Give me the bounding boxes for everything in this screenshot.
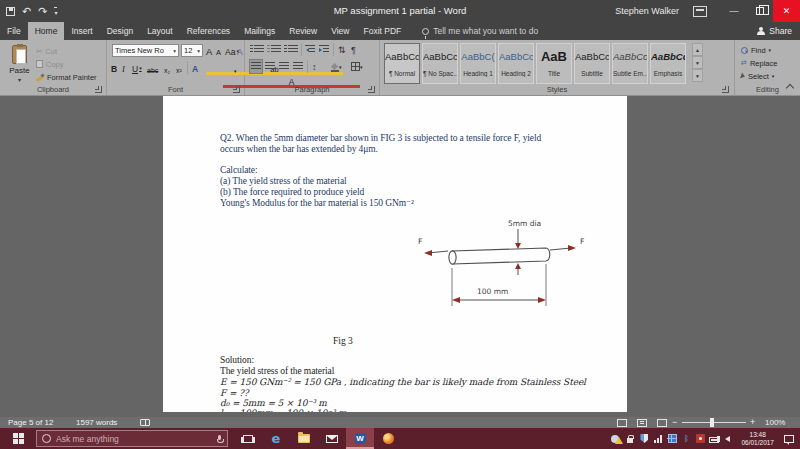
- web-layout-icon[interactable]: [657, 419, 667, 427]
- tab-home[interactable]: Home: [28, 22, 65, 40]
- show-hide-pilcrow-button[interactable]: ¶: [351, 43, 356, 56]
- ribbon-display-options-icon[interactable]: [693, 6, 707, 17]
- text-effects-button[interactable]: A: [192, 61, 198, 74]
- zoom-out-button[interactable]: −: [672, 417, 677, 428]
- microphone-icon[interactable]: [217, 435, 222, 443]
- tray-app-warning-icon[interactable]: [611, 434, 621, 444]
- align-center-button[interactable]: [265, 60, 275, 73]
- justify-button[interactable]: [293, 60, 303, 73]
- cortana-search-box[interactable]: [36, 430, 228, 447]
- increase-indent-button[interactable]: [319, 43, 329, 56]
- bold-button[interactable]: B: [111, 61, 117, 74]
- tab-layout[interactable]: Layout: [140, 22, 180, 40]
- tab-references[interactable]: References: [180, 22, 237, 40]
- styles-scroll-up-button[interactable]: ▲: [692, 43, 703, 56]
- style-heading-1[interactable]: AaBbC(Heading 1: [460, 43, 496, 84]
- tab-file[interactable]: File: [0, 22, 28, 40]
- tray-bluetooth-icon[interactable]: ᛒ: [681, 434, 691, 444]
- taskbar-mail-button[interactable]: [318, 428, 346, 449]
- borders-button[interactable]: ▾: [351, 60, 363, 73]
- document-page[interactable]: Q2. When the 5mm diameter bar shown in F…: [163, 96, 627, 412]
- line-spacing-button[interactable]: ↕: [312, 60, 317, 73]
- find-button[interactable]: Find ▾: [741, 44, 771, 56]
- share-button[interactable]: Share: [757, 22, 792, 40]
- copy-button[interactable]: Copy: [36, 58, 64, 70]
- search-input[interactable]: [56, 434, 212, 444]
- tab-insert[interactable]: Insert: [64, 22, 99, 40]
- align-left-button[interactable]: [250, 60, 262, 73]
- zoom-in-button[interactable]: +: [750, 417, 755, 428]
- strikethrough-button[interactable]: abc: [147, 61, 158, 74]
- cut-button[interactable]: ✂ Cut: [36, 45, 57, 57]
- font-name-combo[interactable]: Times New Ro▾: [112, 44, 179, 57]
- tab-mailings[interactable]: Mailings: [237, 22, 282, 40]
- action-center-icon[interactable]: [784, 435, 794, 443]
- style-no-spacing[interactable]: AaBbCcI¶ No Spac...: [422, 43, 458, 84]
- bullets-button[interactable]: [250, 43, 264, 56]
- numbering-button[interactable]: [267, 43, 281, 56]
- taskbar-edge-button[interactable]: e: [262, 428, 290, 449]
- sort-button[interactable]: ⇅: [338, 43, 346, 56]
- signed-in-user[interactable]: Stephen Walker: [615, 6, 679, 16]
- taskbar-clock[interactable]: 13:48 06/01/2017: [737, 431, 778, 447]
- shrink-font-button[interactable]: A: [216, 44, 221, 57]
- proofing-status-icon[interactable]: [140, 419, 150, 426]
- tab-design[interactable]: Design: [100, 22, 140, 40]
- align-right-button[interactable]: [279, 60, 289, 73]
- style-name: Subtitle: [575, 70, 609, 77]
- clear-formatting-button[interactable]: A: [237, 44, 243, 57]
- tray-network-signal-icon[interactable]: [653, 434, 663, 444]
- style-emphasis[interactable]: AaBbCcDEmphasis: [650, 43, 686, 84]
- clipboard-dialog-launcher[interactable]: [95, 86, 102, 93]
- grow-font-button[interactable]: A: [206, 44, 212, 57]
- paste-button[interactable]: Paste ▾: [3, 43, 36, 89]
- page-indicator[interactable]: Page 5 of 12: [8, 417, 53, 428]
- minimize-button[interactable]: —: [721, 0, 747, 22]
- zoom-slider-thumb[interactable]: [710, 418, 714, 427]
- tray-security-shield-icon[interactable]: [639, 434, 649, 444]
- superscript-button[interactable]: x²: [176, 61, 182, 74]
- tray-remote-app-icon[interactable]: [667, 434, 677, 444]
- taskbar-word-button[interactable]: W: [346, 428, 374, 449]
- zoom-slider[interactable]: [682, 422, 746, 423]
- document-area[interactable]: Q2. When the 5mm diameter bar shown in F…: [0, 96, 800, 417]
- read-mode-icon[interactable]: [617, 419, 627, 427]
- font-dialog-launcher[interactable]: [233, 86, 240, 93]
- print-layout-icon[interactable]: [637, 419, 647, 427]
- restore-button[interactable]: [747, 0, 773, 22]
- style-subtle-emphasis[interactable]: AaBbCcDSubtle Em...: [612, 43, 648, 84]
- taskbar-file-explorer-button[interactable]: [290, 428, 318, 449]
- taskbar-firefox-button[interactable]: [374, 428, 402, 449]
- tab-foxit-pdf[interactable]: Foxit PDF: [356, 22, 408, 40]
- replace-button[interactable]: ⇄ Replace: [741, 57, 777, 69]
- zoom-percentage[interactable]: 100%: [765, 417, 785, 428]
- paragraph-dialog-launcher[interactable]: [368, 86, 375, 93]
- shading-button[interactable]: ▾: [331, 60, 342, 73]
- select-button[interactable]: Select ▾: [741, 70, 774, 82]
- style-heading-2[interactable]: AaBbCcEHeading 2: [498, 43, 534, 84]
- style-normal[interactable]: AaBbCcI¶ Normal: [384, 43, 420, 84]
- style-subtitle[interactable]: AaBbCcDSubtitle: [574, 43, 610, 84]
- tray-volume-icon[interactable]: [723, 434, 733, 444]
- task-view-button[interactable]: [234, 428, 262, 449]
- styles-scroll-down-button[interactable]: ▼: [692, 56, 703, 69]
- start-button[interactable]: [0, 428, 36, 449]
- tab-view[interactable]: View: [324, 22, 356, 40]
- font-size-combo[interactable]: 12▾: [181, 44, 203, 57]
- decrease-indent-button[interactable]: [305, 43, 315, 56]
- multilevel-list-button[interactable]: [284, 43, 298, 56]
- tray-usb-lock-icon[interactable]: [625, 434, 635, 444]
- tell-me-box[interactable]: Tell me what you want to do: [422, 22, 538, 40]
- styles-gallery-more-button[interactable]: ▼: [692, 69, 703, 82]
- format-painter-button[interactable]: Format Painter: [36, 71, 97, 83]
- font-color-dropdown-arrow[interactable]: ▾: [234, 61, 237, 74]
- subscript-button[interactable]: x₂: [164, 61, 170, 74]
- tray-recorder-icon[interactable]: [695, 434, 705, 444]
- tab-review[interactable]: Review: [282, 22, 324, 40]
- italic-button[interactable]: I: [122, 61, 125, 74]
- underline-button[interactable]: U▾: [132, 61, 142, 74]
- style-title[interactable]: AaBTitle: [536, 43, 572, 84]
- styles-dialog-launcher[interactable]: [722, 86, 729, 93]
- close-button[interactable]: ✕: [773, 0, 800, 22]
- word-count[interactable]: 1597 words: [76, 417, 117, 428]
